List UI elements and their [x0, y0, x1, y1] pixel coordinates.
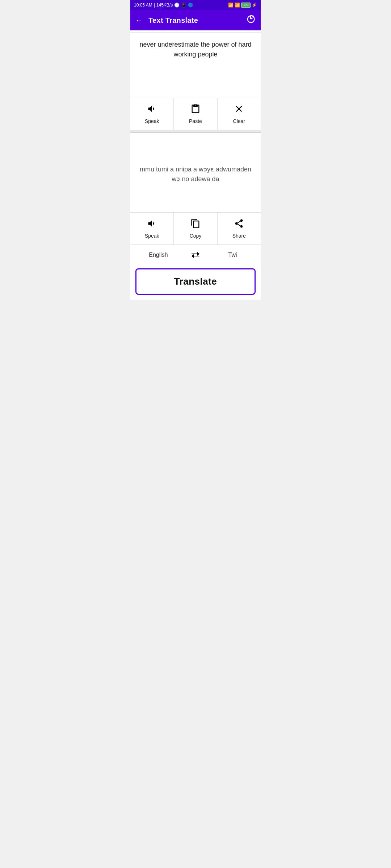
translate-btn-container: Translate [130, 265, 261, 300]
clear-label: Clear [233, 118, 245, 124]
speaker-icon [147, 104, 157, 116]
input-section: Speak Paste Clear [130, 33, 261, 130]
copy-label: Copy [190, 233, 202, 239]
speaker-output-icon [147, 218, 157, 231]
history-button[interactable] [245, 14, 256, 26]
close-icon [234, 104, 244, 116]
section-divider [130, 130, 261, 133]
share-label: Share [232, 233, 246, 239]
share-icon [234, 218, 244, 231]
clear-button[interactable]: Clear [218, 98, 261, 130]
copy-button[interactable]: Copy [174, 213, 217, 244]
copy-icon [190, 218, 201, 231]
language-bar: English Twi [130, 244, 261, 265]
translate-button[interactable]: Translate [135, 268, 256, 295]
history-icon [245, 14, 256, 24]
charging-icon: ⚡ [252, 3, 257, 8]
translated-text: mmu tumi a nnipa a wɔyɛ adwumaden wɔ no … [130, 133, 261, 212]
speak-output-label: Speak [145, 233, 159, 239]
swap-languages-button[interactable] [186, 251, 205, 259]
target-language-button[interactable]: Twi [205, 246, 261, 264]
speak-input-button[interactable]: Speak [130, 98, 174, 130]
page-title: Text Translate [148, 16, 245, 25]
share-button[interactable]: Share [218, 213, 261, 244]
alarm-icon: 🕐 [174, 3, 180, 8]
source-text-input[interactable] [130, 33, 261, 98]
whatsapp-icon: 📱 [181, 3, 186, 8]
time-label: 10:05 AM [134, 3, 152, 8]
separator: | [154, 3, 155, 8]
wifi-icon: 📶 [235, 3, 240, 8]
speak-input-label: Speak [145, 118, 159, 124]
status-right: 📶 📶 63% ⚡ [228, 3, 257, 8]
back-button[interactable]: ← [135, 16, 143, 25]
app-header: ← Text Translate [130, 10, 261, 30]
status-bar: 10:05 AM | 145KB/s 🕐 📱 🔵 📶 📶 63% ⚡ [130, 0, 261, 10]
vpn-icon: 🔵 [188, 3, 193, 8]
input-actions: Speak Paste Clear [130, 98, 261, 130]
clipboard-icon [190, 104, 201, 116]
paste-button[interactable]: Paste [174, 98, 217, 130]
output-actions: Speak Copy Share [130, 212, 261, 244]
output-section: mmu tumi a nnipa a wɔyɛ adwumaden wɔ no … [130, 133, 261, 244]
paste-label: Paste [189, 118, 202, 124]
source-language-button[interactable]: English [130, 246, 186, 264]
network-speed: 145KB/s [156, 3, 173, 8]
battery-icon: 63% [241, 3, 251, 8]
signal-icon: 📶 [228, 3, 234, 8]
status-left: 10:05 AM | 145KB/s 🕐 📱 🔵 [134, 3, 193, 8]
speak-output-button[interactable]: Speak [130, 213, 174, 244]
